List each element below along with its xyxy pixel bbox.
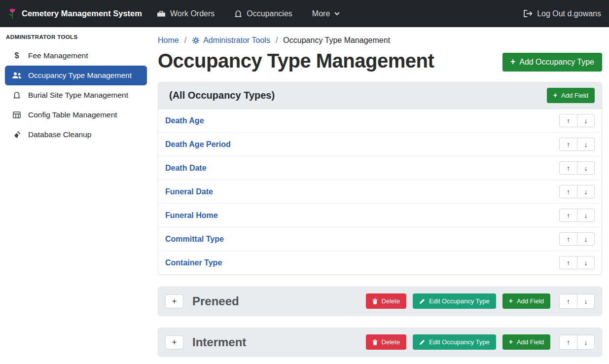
field-link-container-type[interactable]: Container Type <box>165 258 222 267</box>
expand-button[interactable]: + <box>165 335 183 349</box>
move-up-button[interactable]: ↑ <box>559 114 577 127</box>
app-title: Cemetery Management System <box>22 9 142 18</box>
delete-button[interactable]: Delete <box>366 334 407 350</box>
occupancy-type-title: Preneed <box>192 294 357 308</box>
page-header: Occupancy Type Management + Add Occupanc… <box>158 46 602 72</box>
field-row: Death Age Period ↑ ↓ <box>158 132 602 156</box>
move-up-button[interactable]: ↑ <box>559 294 577 309</box>
sidebar: ADMINISTRATOR TOOLS $ Fee Management Occ… <box>0 27 152 364</box>
breadcrumb-current: Occupancy Type Management <box>283 36 390 45</box>
occupancy-type-actions: Delete Edit Occupancy Type + Add Field ↑ <box>366 293 595 309</box>
field-row: Death Date ↑ ↓ <box>158 156 602 180</box>
nav-label: More <box>312 9 330 18</box>
add-field-button[interactable]: + Add Field <box>502 334 550 350</box>
nav-item-work-orders[interactable]: Work Orders <box>157 9 215 18</box>
dollar-icon: $ <box>12 51 22 60</box>
monument-icon <box>12 91 22 99</box>
breadcrumb-admin-tools-link[interactable]: Administrator Tools <box>192 36 270 45</box>
reorder-group: ↑ ↓ <box>559 138 595 151</box>
edit-occupancy-type-button[interactable]: Edit Occupancy Type <box>413 293 496 309</box>
field-link-death-age[interactable]: Death Age <box>165 116 204 125</box>
reorder-group: ↑ ↓ <box>559 335 595 350</box>
sidebar-item-label: Occupancy Type Management <box>28 71 132 80</box>
button-label: Edit Occupancy Type <box>429 338 490 346</box>
plus-icon: + <box>509 338 513 345</box>
logout-button[interactable]: Log Out d.gowans <box>523 9 601 18</box>
reorder-group: ↑ ↓ <box>559 161 595 175</box>
reorder-group: ↑ ↓ <box>559 114 595 127</box>
move-up-button[interactable]: ↑ <box>559 161 577 175</box>
add-field-button[interactable]: + Add Field <box>547 88 595 103</box>
button-label: Delete <box>382 338 400 346</box>
move-up-button[interactable]: ↑ <box>559 232 577 246</box>
flower-logo-icon <box>8 7 17 20</box>
move-up-button[interactable]: ↑ <box>559 185 577 198</box>
nav-label: Work Orders <box>170 9 215 18</box>
move-down-button[interactable]: ↓ <box>577 256 595 269</box>
nav-item-more[interactable]: More <box>312 9 340 18</box>
delete-button[interactable]: Delete <box>366 293 407 309</box>
app-brand[interactable]: Cemetery Management System <box>8 7 142 20</box>
sidebar-item-fee-management[interactable]: $ Fee Management <box>0 46 152 66</box>
sidebar-item-occupancy-type-management[interactable]: Occupancy Type Management <box>5 66 147 85</box>
button-label: Edit Occupancy Type <box>429 297 490 305</box>
field-row: Funeral Home ↑ ↓ <box>158 203 602 227</box>
breadcrumb-separator: / <box>184 36 186 45</box>
pencil-icon <box>419 298 425 304</box>
logout-icon <box>523 10 533 17</box>
reorder-group: ↑ ↓ <box>559 185 595 198</box>
reorder-group: ↑ ↓ <box>559 294 595 309</box>
sidebar-heading: ADMINISTRATOR TOOLS <box>0 34 152 46</box>
field-link-death-date[interactable]: Death Date <box>165 164 207 173</box>
plus-icon: + <box>509 297 513 304</box>
main-content: Home / Administrator Tools / Occupancy T… <box>152 27 609 364</box>
users-icon <box>12 72 22 79</box>
nav-label: Occupancies <box>247 9 292 18</box>
breadcrumb-label: Administrator Tools <box>203 36 270 45</box>
sidebar-item-label: Database Cleanup <box>28 130 91 139</box>
breadcrumb-home-link[interactable]: Home <box>158 36 179 45</box>
nav-item-occupancies[interactable]: Occupancies <box>234 9 292 18</box>
add-field-button[interactable]: + Add Field <box>502 293 550 309</box>
all-occupancy-types-card: (All Occupancy Types) + Add Field Death … <box>158 82 602 275</box>
button-label: Add Occupancy Type <box>519 58 594 67</box>
breadcrumb-separator: / <box>276 36 278 45</box>
move-up-button[interactable]: ↑ <box>559 256 577 269</box>
navbar-links: Work Orders Occupancies More <box>157 9 340 18</box>
field-link-death-age-period[interactable]: Death Age Period <box>165 140 231 149</box>
move-down-button[interactable]: ↓ <box>577 161 595 175</box>
move-down-button[interactable]: ↓ <box>577 185 595 198</box>
expand-button[interactable]: + <box>165 294 183 308</box>
top-navbar: Cemetery Management System Work Orders O… <box>0 0 609 27</box>
field-link-funeral-date[interactable]: Funeral Date <box>165 187 213 196</box>
sidebar-item-burial-site-type-management[interactable]: Burial Site Type Management <box>0 85 152 105</box>
move-down-button[interactable]: ↓ <box>577 335 595 350</box>
field-row: Committal Type ↑ ↓ <box>158 227 602 251</box>
button-label: Add Field <box>561 92 588 99</box>
move-down-button[interactable]: ↓ <box>577 294 595 309</box>
button-label: Delete <box>382 297 400 305</box>
sidebar-item-config-table-management[interactable]: Config Table Management <box>0 105 152 125</box>
occupancy-type-card-interment: + Interment Delete <box>158 328 602 357</box>
move-up-button[interactable]: ↑ <box>559 335 577 350</box>
move-down-button[interactable]: ↓ <box>577 114 595 127</box>
button-label: Add Field <box>517 297 544 305</box>
add-occupancy-type-button[interactable]: + Add Occupancy Type <box>502 53 602 72</box>
page-title: Occupancy Type Management <box>158 50 434 72</box>
occupancy-type-title: Interment <box>192 335 357 349</box>
edit-occupancy-type-button[interactable]: Edit Occupancy Type <box>413 334 496 350</box>
reorder-group: ↑ ↓ <box>559 232 595 246</box>
logout-label: Log Out d.gowans <box>537 9 601 18</box>
field-row: Container Type ↑ ↓ <box>158 251 602 274</box>
field-link-funeral-home[interactable]: Funeral Home <box>165 211 218 220</box>
move-up-button[interactable]: ↑ <box>559 138 577 151</box>
move-down-button[interactable]: ↓ <box>577 232 595 246</box>
field-row: Death Age ↑ ↓ <box>158 109 602 132</box>
move-down-button[interactable]: ↓ <box>577 209 595 222</box>
plus-icon: + <box>553 92 557 99</box>
move-down-button[interactable]: ↓ <box>577 138 595 151</box>
field-link-committal-type[interactable]: Committal Type <box>165 235 224 244</box>
sidebar-item-database-cleanup[interactable]: Database Cleanup <box>0 125 152 145</box>
move-up-button[interactable]: ↑ <box>559 209 577 222</box>
all-types-card-header: (All Occupancy Types) + Add Field <box>158 82 602 109</box>
